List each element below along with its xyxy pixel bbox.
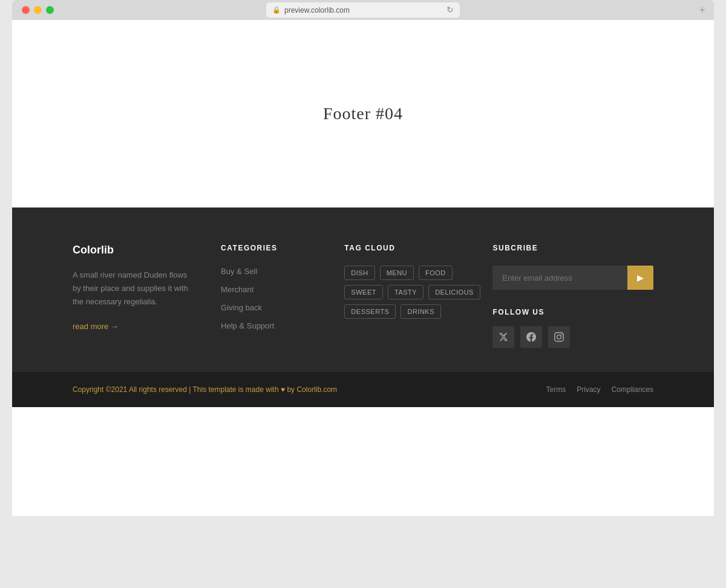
footer-columns: Colorlib A small river named Duden flows…: [73, 244, 653, 348]
subscribe-form: ▶: [492, 266, 653, 290]
tagcloud-heading: TAG CLOUD: [344, 244, 492, 252]
main-content-area: Footer #04: [12, 20, 714, 207]
minimize-button[interactable]: [34, 6, 42, 14]
address-bar[interactable]: 🔒 preview.colorlib.com ↻: [266, 2, 460, 18]
categories-heading: CATEGORIES: [221, 244, 344, 252]
terms-link[interactable]: Terms: [546, 385, 566, 394]
bottom-white-area: [12, 407, 714, 516]
category-link[interactable]: Giving back: [221, 303, 262, 312]
subscribe-button[interactable]: ▶: [627, 266, 653, 290]
heart-icon: ♥: [281, 385, 287, 394]
maximize-button[interactable]: [46, 6, 54, 14]
compliances-link[interactable]: Compliances: [612, 385, 653, 394]
category-link[interactable]: Merchant: [221, 285, 253, 294]
tag-menu[interactable]: MENU: [380, 266, 414, 280]
footer-subscribe-column: SUBCRIBE ▶ FOLLOW US: [492, 244, 653, 348]
email-input[interactable]: [492, 266, 627, 290]
tag-dish[interactable]: DISH: [344, 266, 374, 280]
tag-desserts[interactable]: DESSERTS: [344, 304, 396, 319]
page-title: Footer #04: [323, 104, 403, 123]
new-tab-button[interactable]: +: [699, 4, 705, 16]
footer-tagcloud-column: TAG CLOUD DISH MENU FOOD SWEET TASTY DEL…: [344, 244, 492, 348]
tag-delicious[interactable]: DELICIOUS: [428, 285, 480, 299]
tag-tasty[interactable]: TASTY: [388, 285, 424, 299]
brand-link[interactable]: Colorlib.com: [296, 385, 337, 394]
browser-dots: [22, 6, 54, 14]
list-item: Merchant: [221, 284, 344, 295]
browser-titlebar: 🔒 preview.colorlib.com ↻ +: [12, 0, 714, 20]
tag-sweet[interactable]: SWEET: [344, 285, 383, 299]
subscribe-heading: SUBCRIBE: [492, 244, 653, 252]
categories-list: Buy & Sell Merchant Giving back Help & S…: [221, 266, 344, 331]
refresh-icon[interactable]: ↻: [446, 5, 454, 15]
copyright-text: Copyright ©2021 All rights reserved | Th…: [73, 385, 337, 394]
list-item: Giving back: [221, 302, 344, 313]
list-item: Buy & Sell: [221, 266, 344, 276]
footer-brand-column: Colorlib A small river named Duden flows…: [73, 244, 221, 348]
brand-description: A small river named Duden flows by their…: [73, 269, 194, 309]
list-item: Help & Support: [221, 320, 344, 331]
footer-dark: Colorlib A small river named Duden flows…: [12, 207, 714, 372]
brand-name: Colorlib: [73, 244, 221, 256]
privacy-link[interactable]: Privacy: [577, 385, 600, 394]
tag-cloud: DISH MENU FOOD SWEET TASTY DELICIOUS DES…: [344, 266, 492, 319]
facebook-icon[interactable]: [520, 326, 542, 348]
lock-icon: 🔒: [272, 6, 281, 14]
footer-bottom-bar: Copyright ©2021 All rights reserved | Th…: [12, 372, 714, 407]
copyright-prefix: Copyright ©2021 All rights reserved | Th…: [73, 385, 279, 394]
category-link[interactable]: Buy & Sell: [221, 267, 257, 276]
tag-food[interactable]: FOOD: [419, 266, 453, 280]
legal-links: Terms Privacy Compliances: [546, 385, 653, 394]
social-icons: [492, 326, 653, 348]
url-text: preview.colorlib.com: [284, 6, 350, 15]
read-more-link[interactable]: read more →: [73, 322, 119, 331]
footer-categories-column: CATEGORIES Buy & Sell Merchant Giving ba…: [221, 244, 344, 348]
instagram-icon[interactable]: [548, 326, 570, 348]
by-text: by: [287, 385, 295, 394]
close-button[interactable]: [22, 6, 30, 14]
category-link[interactable]: Help & Support: [221, 321, 274, 330]
twitter-icon[interactable]: [492, 326, 514, 348]
tag-drinks[interactable]: DRINKS: [401, 304, 441, 319]
follow-us-heading: FOLLOW US: [492, 308, 653, 316]
